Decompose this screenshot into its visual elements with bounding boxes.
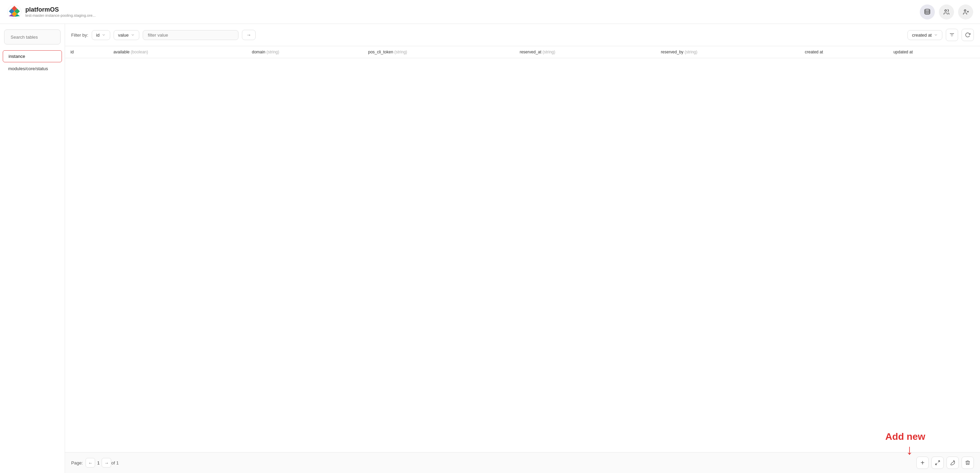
add-new-btn[interactable]: + [916,457,929,469]
sort-icon [949,32,955,38]
chevron-down-icon-3 [934,33,938,37]
logo-area: platformOS test-master-instance-pooling.… [7,5,95,19]
svg-point-4 [964,10,966,11]
search-input[interactable] [11,35,65,40]
col-available: available (boolean) [108,46,247,58]
svg-point-3 [945,10,947,11]
leaf-btn[interactable] [947,457,959,469]
filter-label: Filter by: [71,32,88,38]
sidebar-item-modules-core-status[interactable]: modules/core/status [3,63,62,74]
col-reserved-by: reserved_by (string) [655,46,799,58]
add-new-annotation: Add new [885,431,925,442]
sidebar: CTRL K instance modules/core/status [0,24,65,473]
sidebar-item-instance[interactable]: instance [3,50,62,62]
content-wrapper: Filter by: id value → cr [65,24,980,473]
col-reserved-at: reserved_at (string) [514,46,655,58]
add-person-icon-btn[interactable] [958,5,973,19]
refresh-btn[interactable] [961,29,974,41]
expand-icon [935,460,940,465]
page-of: of 1 [111,460,119,465]
team-icon [943,8,950,15]
page-prev-btn[interactable]: ← [86,458,95,468]
trash-icon [965,460,970,465]
chevron-down-icon-2 [131,33,135,37]
page-next-btn[interactable]: → [102,458,111,468]
bottom-actions: + [916,457,974,469]
col-domain: domain (string) [247,46,363,58]
col-created-at: created at [799,46,888,58]
svg-point-2 [925,9,930,11]
sort-label: created at [912,32,932,38]
database-icon-btn[interactable] [920,5,935,19]
table-head: id available (boolean) domain (string) p… [65,46,980,58]
table-header-row: id available (boolean) domain (string) p… [65,46,980,58]
add-new-arrow: ↓ [906,442,913,458]
filter-right: created at [907,29,974,41]
page-label: Page: [71,460,83,465]
leaf-icon [950,460,955,465]
filter-bar: Filter by: id value → cr [65,24,980,46]
search-bar[interactable]: CTRL K [4,29,60,45]
team-icon-btn[interactable] [939,5,954,19]
topnav-icons [920,5,973,19]
app-subtitle: test-master-instance-pooling.staging.ore… [25,13,95,18]
filter-value-text: value [118,32,129,38]
page-current: 1 [97,460,100,465]
sort-order-btn[interactable] [946,29,958,41]
svg-line-12 [938,461,940,462]
chevron-down-icon [102,33,106,37]
col-id: id [65,46,108,58]
topnav: platformOS test-master-instance-pooling.… [0,0,980,24]
logo-text: platformOS test-master-instance-pooling.… [25,6,95,18]
logo-icon [7,5,22,19]
refresh-icon [965,32,970,38]
filter-field-value: id [96,32,100,38]
content: Filter by: id value → cr [65,24,980,473]
main-layout: CTRL K instance modules/core/status Filt… [0,24,980,473]
filter-value-select[interactable]: value [114,30,139,40]
col-pos-cli-token: pos_cli_token (string) [363,46,514,58]
app-name: platformOS [25,6,95,13]
col-updated-at: updated at [888,46,980,58]
filter-field-select[interactable]: id [92,30,110,40]
sort-select[interactable]: created at [907,30,942,40]
filter-apply-btn[interactable]: → [242,30,256,40]
filter-value-input[interactable] [143,30,239,40]
add-person-icon [962,8,969,15]
table-area: id available (boolean) domain (string) p… [65,46,980,452]
svg-line-13 [935,463,937,465]
database-icon [924,8,931,15]
expand-btn[interactable] [931,457,944,469]
data-table: id available (boolean) domain (string) p… [65,46,980,58]
bottom-bar: Page: ← 1 → of 1 + [65,452,980,473]
trash-btn[interactable] [961,457,974,469]
